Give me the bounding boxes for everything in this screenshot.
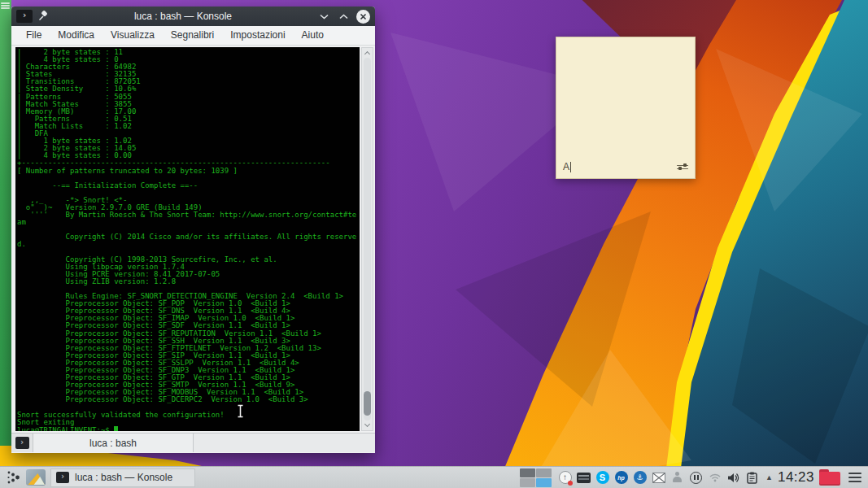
scroll-down-arrow[interactable] [362, 420, 373, 430]
konsole-app-icon[interactable]: › [16, 10, 33, 23]
sticky-note-toolbar: A [563, 160, 688, 173]
note-format-label: A [563, 161, 569, 172]
terminal-cursor [114, 426, 119, 431]
skype-icon[interactable]: S [595, 471, 609, 485]
shell-prompt: luca@TRINGALINVENT:~$ [15, 426, 360, 431]
window-title: luca : bash — Konsole [54, 11, 312, 22]
panel-menu-icon[interactable] [848, 473, 861, 482]
volume-icon[interactable] [726, 471, 740, 485]
terminal-scrollbar[interactable] [361, 47, 373, 431]
maximize-button[interactable] [335, 9, 351, 24]
red-folder-icon[interactable] [819, 469, 840, 486]
menu-segnalibri[interactable]: Segnalibri [163, 26, 222, 45]
note-format-button[interactable]: A [563, 161, 571, 172]
terminal-screen[interactable]: | 2 byte states : 11 | 4 byte states : 0… [15, 47, 360, 431]
close-button[interactable] [356, 10, 370, 24]
sticky-note-widget[interactable]: A [556, 37, 696, 179]
clipboard-icon[interactable] [745, 471, 759, 485]
minimize-button[interactable] [316, 9, 332, 24]
task-label: luca : bash — Konsole [75, 472, 172, 483]
terminal-zone: | 2 byte states : 11 | 4 byte states : 0… [11, 46, 375, 433]
desktop-2[interactable] [536, 468, 552, 477]
screenshot-image-icon[interactable] [652, 471, 665, 485]
titlebar[interactable]: › luca : bash — Konsole [11, 7, 375, 26]
background-window-edge [0, 0, 11, 446]
task-button-konsole[interactable]: › luca : bash — Konsole [50, 468, 195, 487]
anchor-app-icon[interactable]: ⚓ [633, 471, 647, 485]
menu-file[interactable]: File [18, 26, 50, 45]
system-tray: ↑ S hp ⚓ ▲ [558, 471, 774, 485]
pause-media-icon[interactable] [689, 471, 703, 485]
tabbar: › luca : bash [11, 433, 375, 452]
tray-expander-icon[interactable]: ▲ [765, 473, 773, 481]
note-settings-icon[interactable] [677, 163, 688, 171]
desktop-3[interactable] [520, 478, 535, 487]
menu-impostazioni[interactable]: Impostazioni [222, 26, 293, 45]
desktop-1[interactable] [520, 468, 535, 477]
updates-icon[interactable]: ↑ [558, 471, 572, 485]
menubar: File Modifica Visualizza Segnalibri Impo… [11, 26, 375, 46]
menu-aiuto[interactable]: Aiuto [294, 26, 332, 45]
pin-icon[interactable] [37, 11, 49, 22]
menu-modifica[interactable]: Modifica [50, 26, 103, 45]
folder-view-icon[interactable] [26, 469, 46, 486]
scroll-up-arrow[interactable] [362, 48, 373, 58]
app-launcher-icon[interactable] [7, 469, 23, 486]
scrollbar-thumb[interactable] [364, 391, 371, 416]
terminal-output: | 2 byte states : 11 | 4 byte states : 0… [15, 47, 360, 426]
wifi-icon[interactable] [708, 471, 722, 485]
user-session-icon[interactable] [670, 471, 684, 485]
konsole-window: › luca : bash — Konsole File Modifica Vi… [11, 7, 375, 453]
virtual-desktop-pager[interactable] [520, 468, 552, 487]
mouse-ibeam-cursor [237, 404, 244, 418]
menu-visualizza[interactable]: Visualizza [103, 26, 163, 45]
note-text-cursor [570, 162, 571, 172]
tab-luca-bash[interactable]: luca : bash [33, 434, 194, 452]
desktop: A › luca : bash — Konsole [0, 0, 868, 488]
digital-clock[interactable]: 14:23 [778, 469, 814, 486]
computer-monitor-icon[interactable] [577, 471, 591, 485]
new-tab-button[interactable]: › [11, 434, 33, 452]
taskbar: › luca : bash — Konsole ↑ S hp ⚓ [0, 466, 868, 488]
konsole-task-icon: › [56, 472, 69, 483]
hp-utility-icon[interactable]: hp [614, 471, 628, 485]
desktop-4-active[interactable] [536, 478, 552, 487]
hamburger-icon [1, 2, 10, 10]
